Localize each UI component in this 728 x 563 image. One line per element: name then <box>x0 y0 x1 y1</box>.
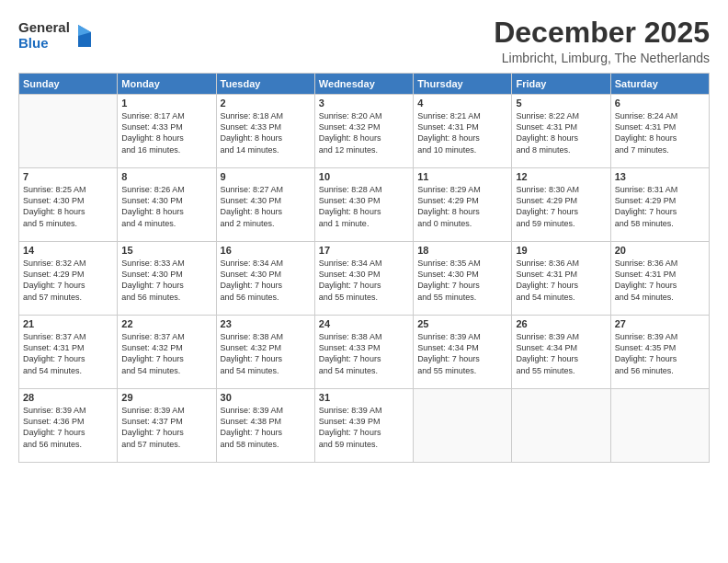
page-header: General Blue December 2025 Limbricht, Li… <box>18 17 710 65</box>
day-number: 20 <box>615 245 705 256</box>
day-number: 28 <box>23 392 113 403</box>
calendar-cell: 5Sunrise: 8:22 AM Sunset: 4:31 PM Daylig… <box>512 95 610 168</box>
calendar-cell: 21Sunrise: 8:37 AM Sunset: 4:31 PM Dayli… <box>19 316 118 389</box>
calendar-cell <box>19 95 118 168</box>
calendar-cell: 14Sunrise: 8:32 AM Sunset: 4:29 PM Dayli… <box>19 242 118 316</box>
calendar-cell: 13Sunrise: 8:31 AM Sunset: 4:29 PM Dayli… <box>610 168 709 242</box>
calendar-cell: 24Sunrise: 8:38 AM Sunset: 4:33 PM Dayli… <box>314 316 413 389</box>
day-info: Sunrise: 8:36 AM Sunset: 4:31 PM Dayligh… <box>615 258 705 303</box>
day-info: Sunrise: 8:39 AM Sunset: 4:34 PM Dayligh… <box>516 331 606 376</box>
day-info: Sunrise: 8:39 AM Sunset: 4:34 PM Dayligh… <box>417 331 507 376</box>
logo-icon <box>73 23 93 49</box>
calendar-table: Sunday Monday Tuesday Wednesday Thursday… <box>18 73 710 463</box>
col-thursday: Thursday <box>414 74 512 95</box>
day-info: Sunrise: 8:17 AM Sunset: 4:33 PM Dayligh… <box>121 110 211 155</box>
col-monday: Monday <box>118 74 216 95</box>
day-info: Sunrise: 8:29 AM Sunset: 4:29 PM Dayligh… <box>417 184 507 229</box>
calendar-cell <box>414 389 512 463</box>
col-saturday: Saturday <box>610 74 709 95</box>
calendar-cell: 15Sunrise: 8:33 AM Sunset: 4:30 PM Dayli… <box>118 242 216 316</box>
calendar-cell: 29Sunrise: 8:39 AM Sunset: 4:37 PM Dayli… <box>118 389 216 463</box>
day-info: Sunrise: 8:39 AM Sunset: 4:36 PM Dayligh… <box>23 405 113 450</box>
calendar-cell: 3Sunrise: 8:20 AM Sunset: 4:32 PM Daylig… <box>314 95 413 168</box>
day-number: 10 <box>319 171 409 182</box>
day-number: 30 <box>221 392 311 403</box>
calendar-cell: 23Sunrise: 8:38 AM Sunset: 4:32 PM Dayli… <box>216 316 314 389</box>
calendar-cell: 9Sunrise: 8:27 AM Sunset: 4:30 PM Daylig… <box>216 168 314 242</box>
day-info: Sunrise: 8:18 AM Sunset: 4:33 PM Dayligh… <box>221 110 311 155</box>
day-number: 19 <box>516 245 606 256</box>
day-info: Sunrise: 8:39 AM Sunset: 4:35 PM Dayligh… <box>615 331 705 376</box>
day-info: Sunrise: 8:34 AM Sunset: 4:30 PM Dayligh… <box>319 258 409 303</box>
calendar-cell: 18Sunrise: 8:35 AM Sunset: 4:30 PM Dayli… <box>414 242 512 316</box>
col-tuesday: Tuesday <box>216 74 314 95</box>
day-number: 17 <box>319 245 409 256</box>
day-number: 16 <box>221 245 311 256</box>
day-number: 11 <box>417 171 507 182</box>
day-info: Sunrise: 8:33 AM Sunset: 4:30 PM Dayligh… <box>121 258 211 303</box>
day-info: Sunrise: 8:30 AM Sunset: 4:29 PM Dayligh… <box>516 184 606 229</box>
calendar-cell: 10Sunrise: 8:28 AM Sunset: 4:30 PM Dayli… <box>314 168 413 242</box>
day-number: 2 <box>221 98 311 109</box>
logo: General Blue <box>18 20 93 51</box>
location: Limbricht, Limburg, The Netherlands <box>494 51 710 65</box>
day-number: 3 <box>319 98 409 109</box>
day-number: 12 <box>516 171 606 182</box>
calendar-cell: 7Sunrise: 8:25 AM Sunset: 4:30 PM Daylig… <box>19 168 118 242</box>
calendar-cell: 27Sunrise: 8:39 AM Sunset: 4:35 PM Dayli… <box>610 316 709 389</box>
header-row: Sunday Monday Tuesday Wednesday Thursday… <box>19 74 710 95</box>
calendar-cell: 12Sunrise: 8:30 AM Sunset: 4:29 PM Dayli… <box>512 168 610 242</box>
day-number: 9 <box>221 171 311 182</box>
day-info: Sunrise: 8:38 AM Sunset: 4:32 PM Dayligh… <box>221 331 311 376</box>
day-number: 15 <box>121 245 211 256</box>
calendar-cell: 2Sunrise: 8:18 AM Sunset: 4:33 PM Daylig… <box>216 95 314 168</box>
day-number: 13 <box>615 171 705 182</box>
day-number: 29 <box>121 392 211 403</box>
day-number: 25 <box>417 318 507 329</box>
day-info: Sunrise: 8:22 AM Sunset: 4:31 PM Dayligh… <box>516 110 606 155</box>
calendar-week-3: 14Sunrise: 8:32 AM Sunset: 4:29 PM Dayli… <box>19 242 710 316</box>
calendar-cell: 22Sunrise: 8:37 AM Sunset: 4:32 PM Dayli… <box>118 316 216 389</box>
day-info: Sunrise: 8:36 AM Sunset: 4:31 PM Dayligh… <box>516 258 606 303</box>
day-info: Sunrise: 8:37 AM Sunset: 4:31 PM Dayligh… <box>23 331 113 376</box>
day-number: 4 <box>417 98 507 109</box>
month-title: December 2025 <box>494 17 710 49</box>
logo-general: General <box>18 20 70 36</box>
calendar-cell: 17Sunrise: 8:34 AM Sunset: 4:30 PM Dayli… <box>314 242 413 316</box>
day-info: Sunrise: 8:39 AM Sunset: 4:37 PM Dayligh… <box>121 405 211 450</box>
day-info: Sunrise: 8:28 AM Sunset: 4:30 PM Dayligh… <box>319 184 409 229</box>
calendar-cell: 26Sunrise: 8:39 AM Sunset: 4:34 PM Dayli… <box>512 316 610 389</box>
day-info: Sunrise: 8:26 AM Sunset: 4:30 PM Dayligh… <box>121 184 211 229</box>
title-block: December 2025 Limbricht, Limburg, The Ne… <box>494 17 710 65</box>
calendar-cell: 28Sunrise: 8:39 AM Sunset: 4:36 PM Dayli… <box>19 389 118 463</box>
day-info: Sunrise: 8:31 AM Sunset: 4:29 PM Dayligh… <box>615 184 705 229</box>
day-number: 6 <box>615 98 705 109</box>
col-wednesday: Wednesday <box>314 74 413 95</box>
day-number: 5 <box>516 98 606 109</box>
calendar-cell: 31Sunrise: 8:39 AM Sunset: 4:39 PM Dayli… <box>314 389 413 463</box>
day-number: 31 <box>319 392 409 403</box>
calendar-cell: 16Sunrise: 8:34 AM Sunset: 4:30 PM Dayli… <box>216 242 314 316</box>
day-info: Sunrise: 8:24 AM Sunset: 4:31 PM Dayligh… <box>615 110 705 155</box>
calendar-cell: 6Sunrise: 8:24 AM Sunset: 4:31 PM Daylig… <box>610 95 709 168</box>
day-info: Sunrise: 8:20 AM Sunset: 4:32 PM Dayligh… <box>319 110 409 155</box>
day-info: Sunrise: 8:32 AM Sunset: 4:29 PM Dayligh… <box>23 258 113 303</box>
calendar-cell: 30Sunrise: 8:39 AM Sunset: 4:38 PM Dayli… <box>216 389 314 463</box>
calendar-cell: 4Sunrise: 8:21 AM Sunset: 4:31 PM Daylig… <box>414 95 512 168</box>
calendar-week-2: 7Sunrise: 8:25 AM Sunset: 4:30 PM Daylig… <box>19 168 710 242</box>
calendar-cell: 25Sunrise: 8:39 AM Sunset: 4:34 PM Dayli… <box>414 316 512 389</box>
day-info: Sunrise: 8:27 AM Sunset: 4:30 PM Dayligh… <box>221 184 311 229</box>
logo-blue: Blue <box>18 36 70 52</box>
col-friday: Friday <box>512 74 610 95</box>
day-number: 26 <box>516 318 606 329</box>
day-info: Sunrise: 8:25 AM Sunset: 4:30 PM Dayligh… <box>23 184 113 229</box>
calendar-cell: 1Sunrise: 8:17 AM Sunset: 4:33 PM Daylig… <box>118 95 216 168</box>
day-info: Sunrise: 8:34 AM Sunset: 4:30 PM Dayligh… <box>221 258 311 303</box>
day-number: 1 <box>121 98 211 109</box>
calendar-week-5: 28Sunrise: 8:39 AM Sunset: 4:36 PM Dayli… <box>19 389 710 463</box>
calendar-cell: 20Sunrise: 8:36 AM Sunset: 4:31 PM Dayli… <box>610 242 709 316</box>
calendar-cell: 8Sunrise: 8:26 AM Sunset: 4:30 PM Daylig… <box>118 168 216 242</box>
day-number: 24 <box>319 318 409 329</box>
day-info: Sunrise: 8:35 AM Sunset: 4:30 PM Dayligh… <box>417 258 507 303</box>
calendar-header: Sunday Monday Tuesday Wednesday Thursday… <box>19 74 710 95</box>
